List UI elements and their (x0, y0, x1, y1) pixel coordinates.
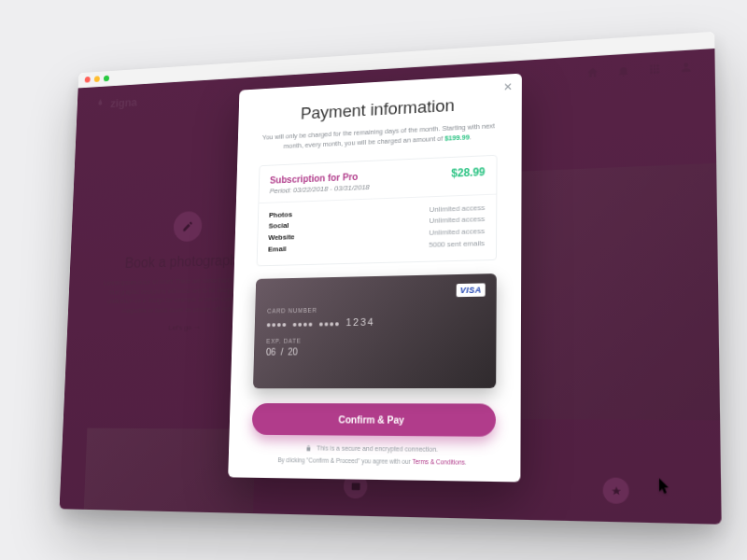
feature-key: Photos (269, 209, 292, 221)
card-exp-month: 06 (266, 346, 276, 357)
plan-summary: Subscription for Pro Period: 03/22/2018 … (257, 154, 498, 266)
modal-subtitle: You will only be charged for the remaini… (260, 120, 498, 152)
card-exp-year: 20 (288, 346, 298, 357)
payment-modal: ✕ Payment information You will only be c… (228, 74, 522, 483)
terms-note: By clicking "Confirm & Proceed" you agre… (251, 455, 496, 466)
card-mask-group (293, 316, 315, 328)
feature-key: Social (268, 220, 289, 232)
card-mask-group (319, 316, 341, 328)
app-background: zigna Book a photographer Lorem ipsum do… (60, 49, 722, 525)
credit-card[interactable]: VISA CARD NUMBER 1234 EXP. DATE 06 / 20 (253, 273, 497, 388)
card-number: 1234 (267, 315, 484, 329)
browser-window: zigna Book a photographer Lorem ipsum do… (60, 32, 722, 525)
card-number-label: CARD NUMBER (267, 303, 483, 314)
subtitle-suffix: . (470, 133, 472, 142)
card-exp-sep: / (280, 346, 283, 357)
terms-link[interactable]: Terms & Conditions (412, 458, 465, 466)
lock-icon (305, 444, 313, 452)
card-last4: 1234 (345, 315, 374, 327)
secure-text: This is a secure and encrypted connectio… (317, 445, 438, 454)
feature-value: 5000 sent emails (429, 238, 485, 251)
modal-title: Payment information (261, 93, 498, 126)
card-exp-label: EXP. DATE (266, 335, 483, 343)
secure-note: This is a secure and encrypted connectio… (251, 443, 496, 454)
terms-suffix: . (465, 458, 467, 465)
card-exp: 06 / 20 (266, 344, 483, 357)
card-mask-group (267, 317, 289, 329)
close-icon[interactable]: ✕ (503, 81, 513, 92)
window-close-button[interactable] (85, 77, 91, 83)
window-maximize-button[interactable] (104, 76, 109, 82)
plan-period-label: Period: (270, 186, 292, 195)
window-minimize-button[interactable] (94, 76, 100, 82)
terms-prefix: By clicking "Confirm & Proceed" you agre… (277, 456, 412, 465)
confirm-pay-button[interactable]: Confirm & Pay (252, 403, 496, 437)
feature-key: Website (268, 232, 295, 245)
plan-price: $28.99 (451, 165, 485, 179)
plan-features: PhotosUnlimited access SocialUnlimited a… (258, 194, 497, 265)
plan-period: Period: 03/22/2018 - 03/31/2018 (270, 183, 370, 195)
feature-key: Email (268, 244, 287, 256)
card-brand-badge: VISA (457, 283, 486, 297)
plan-period-value: 03/22/2018 - 03/31/2018 (293, 183, 370, 194)
monthly-amount: $199.99 (444, 133, 470, 143)
